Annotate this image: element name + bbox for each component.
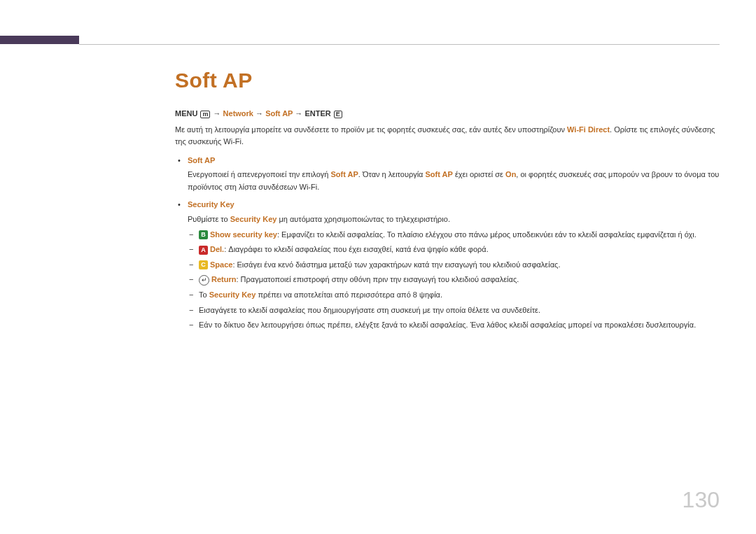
path-network: Network (223, 109, 253, 118)
action-label: Return (211, 275, 236, 283)
action-text: Εάν το δίκτυο δεν λειτουργήσει όπως πρέπ… (199, 321, 696, 329)
action-text: πρέπει να αποτελείται από περισσότερα απ… (255, 290, 442, 299)
top-bullet-list: Soft AP Ενεργοποιεί ή απενεργοποιεί την … (175, 155, 720, 332)
page-content: Soft AP MENU m → Network → Soft AP → ENT… (175, 69, 720, 337)
action-text: : Διαγράφει το κλειδί ασφαλείας που έχει… (224, 245, 489, 253)
enter-icon: E (334, 111, 342, 118)
action-text: : Εισάγει ένα κενό διάστημα μεταξύ των χ… (232, 260, 560, 269)
a-button-icon: A (199, 246, 208, 255)
arrow-icon: → (295, 109, 302, 118)
return-button-icon: ↵ (199, 275, 209, 286)
action-label: Space (210, 260, 232, 269)
arrow-icon: → (214, 109, 221, 118)
c-button-icon: C (199, 260, 208, 269)
item-title: Security Key (188, 199, 720, 211)
header-rule (79, 44, 720, 45)
softap-desc: Ενεργοποιεί ή απενεργοποιεί την επιλογή … (188, 170, 719, 191)
menu-label: MENU (175, 109, 197, 118)
action-label: Security Key (209, 290, 256, 299)
side-accent-bar (0, 36, 79, 44)
dash-item-length: Το Security Key πρέπει να αποτελείται απ… (188, 289, 720, 302)
dash-item-check-key: Εάν το δίκτυο δεν λειτουργήσει όπως πρέπ… (188, 319, 720, 332)
menu-path: MENU m → Network → Soft AP → ENTER E (175, 109, 720, 118)
dash-list: BShow security key: Εμφανίζει το κλειδί … (188, 229, 720, 332)
action-text: : Εμφανίζει το κλειδί ασφαλείας. Το πλαί… (277, 230, 696, 239)
intro-part1: Με αυτή τη λειτουργία μπορείτε να συνδέσ… (175, 125, 567, 134)
list-item-softap: Soft AP Ενεργοποιεί ή απενεργοποιεί την … (175, 155, 720, 194)
dash-item-enter-key: Εισαγάγετε το κλειδί ασφαλείας που δημιο… (188, 304, 720, 317)
page-number: 130 (682, 487, 720, 513)
path-softap: Soft AP (265, 109, 293, 118)
menu-icon: m (200, 111, 210, 118)
b-button-icon: B (199, 230, 208, 239)
arrow-icon: → (255, 109, 263, 118)
action-label: Show security key (210, 230, 277, 239)
item-title: Soft AP (188, 155, 720, 167)
pre-text: Το (199, 290, 209, 299)
dash-item-space: CSpace: Εισάγει ένα κενό διάστημα μεταξύ… (188, 259, 720, 272)
action-text: Εισαγάγετε το κλειδί ασφαλείας που δημιο… (199, 306, 540, 314)
action-text: : Πραγματοποιεί επιστροφή στην οθόνη πρι… (236, 275, 519, 283)
list-item-security-key: Security Key Ρυθμίστε το Security Key μη… (175, 199, 720, 331)
page-title: Soft AP (175, 69, 720, 92)
action-label: Del. (210, 245, 224, 253)
security-key-lead: Ρυθμίστε το Security Key μη αυτόματα χρη… (188, 215, 450, 223)
wifi-direct-label: Wi-Fi Direct (567, 125, 610, 134)
dash-item-return: ↵Return: Πραγματοποιεί επιστροφή στην οθ… (188, 274, 720, 286)
intro-text: Με αυτή τη λειτουργία μπορείτε να συνδέσ… (175, 124, 720, 148)
dash-item-show-key: BShow security key: Εμφανίζει το κλειδί … (188, 229, 720, 241)
dash-item-del: ADel.: Διαγράφει το κλειδί ασφαλείας που… (188, 244, 720, 256)
enter-label: ENTER (304, 109, 330, 118)
